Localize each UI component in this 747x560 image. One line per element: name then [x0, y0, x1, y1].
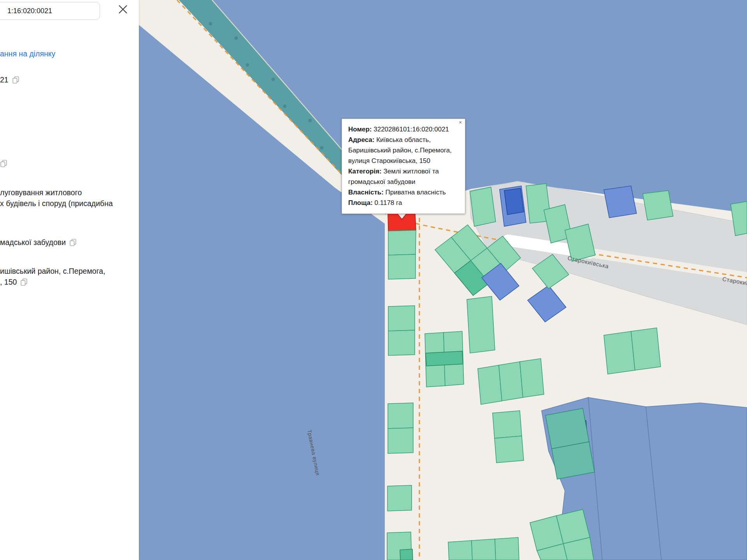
- parcel[interactable]: [388, 230, 416, 255]
- parcel[interactable]: [388, 485, 412, 511]
- field-value: 3220286101:16:020:0021: [374, 126, 449, 133]
- parcel[interactable]: [631, 328, 661, 370]
- field-label: Номер:: [348, 126, 372, 133]
- parcel[interactable]: [604, 331, 635, 374]
- address-fragment-1: ишівський район, с.Перемога,: [0, 267, 105, 275]
- field-label: Власність:: [348, 189, 384, 196]
- category-row: мадської забудови: [0, 238, 77, 247]
- land-purpose-fragment: луговування житлового х будівель і спору…: [0, 187, 113, 209]
- parcel[interactable]: [494, 436, 524, 463]
- parcel[interactable]: [388, 403, 413, 429]
- parcel[interactable]: [504, 188, 524, 215]
- parcel[interactable]: [643, 191, 673, 220]
- parcel[interactable]: [495, 537, 519, 560]
- category-fragment: мадської забудови: [0, 238, 66, 247]
- cadastral-number-row: 21: [0, 75, 19, 84]
- parcel[interactable]: [467, 296, 495, 353]
- popup-field-address: Адреса: Київська область, Баришівський р…: [348, 135, 459, 166]
- parcel[interactable]: [388, 306, 415, 331]
- popup-close-button[interactable]: ×: [459, 120, 462, 125]
- hidden-field-row: [0, 160, 7, 167]
- parcel[interactable]: [426, 351, 463, 366]
- parcel[interactable]: [646, 403, 747, 560]
- popup-field-number: Номер: 3220286101:16:020:0021: [348, 124, 459, 135]
- parcel[interactable]: [499, 362, 523, 401]
- parcel[interactable]: [493, 411, 522, 438]
- sidebar-panel: ання на ділянку 21 луговування житлового…: [0, 0, 139, 560]
- purpose-line-1: луговування житлового: [0, 187, 113, 198]
- field-label: Адреса:: [348, 136, 374, 144]
- parcel[interactable]: [388, 254, 416, 279]
- address-fragment-2: , 150: [0, 278, 17, 287]
- popup-field-area: Площа: 0.1178 га: [348, 198, 459, 208]
- field-label: Площа:: [348, 199, 373, 206]
- copy-icon[interactable]: [20, 278, 28, 286]
- copy-icon[interactable]: [69, 239, 77, 246]
- field-label: Категорія:: [348, 168, 382, 175]
- parcel[interactable]: [472, 539, 496, 560]
- popup-field-ownership: Власність: Приватна власність: [348, 187, 459, 198]
- address-line-2: , 150: [0, 278, 28, 287]
- close-search-button[interactable]: [117, 4, 129, 16]
- parcel-info-popup: × Номер: 3220286101:16:020:0021 Адреса: …: [342, 119, 465, 214]
- parcel[interactable]: [604, 186, 637, 218]
- parcel[interactable]: [400, 549, 413, 560]
- copy-icon[interactable]: [0, 160, 7, 167]
- address-line-1: ишівський район, с.Перемога,: [0, 267, 105, 276]
- parcel[interactable]: [470, 187, 496, 226]
- parcel[interactable]: [520, 359, 544, 397]
- field-value: 0.1178 га: [375, 199, 402, 206]
- purpose-line-2: х будівель і споруд (присадибна: [0, 198, 113, 209]
- copy-icon[interactable]: [12, 76, 19, 84]
- popup-field-category: Категорія: Землі житлової та громадської…: [348, 166, 459, 187]
- parcel[interactable]: [388, 330, 415, 355]
- order-extract-link[interactable]: ання на ділянку: [0, 49, 55, 58]
- parcel[interactable]: [448, 541, 472, 560]
- parcel[interactable]: [552, 442, 594, 479]
- cadastral-number-fragment: 21: [0, 75, 9, 84]
- parcel[interactable]: [388, 428, 413, 453]
- parcel[interactable]: [478, 365, 502, 404]
- search-input[interactable]: [0, 2, 100, 20]
- field-value: Приватна власність: [386, 189, 446, 196]
- close-icon: [117, 4, 128, 15]
